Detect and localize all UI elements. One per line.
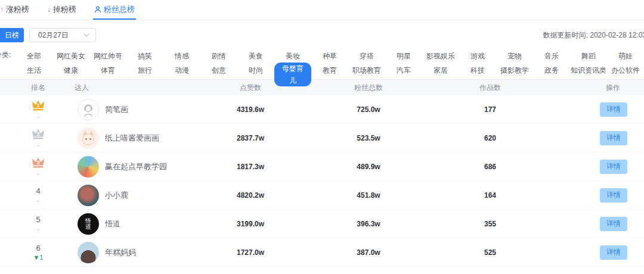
tab-total-fans[interactable]: 粉丝总榜	[93, 0, 136, 20]
filter-item[interactable]: 动漫	[175, 66, 189, 74]
avatar	[78, 185, 99, 206]
table-header: 排名 达人 点赞数 粉丝总数 作品数 操作	[0, 79, 644, 95]
rank-change-down: ▼1	[33, 254, 43, 261]
filter-column: 网红美女 健康	[52, 48, 89, 77]
filter-item[interactable]: 健康	[64, 66, 78, 74]
fans-value: 725.0w	[304, 105, 433, 114]
action-cell: 详情	[547, 160, 644, 174]
filter-item[interactable]: 旅行	[138, 66, 152, 74]
filter-item[interactable]: 美食	[249, 52, 263, 60]
controls-row: 日榜 02月27日 数据更新时间: 2020-02-28 12:03	[0, 28, 644, 42]
filter-item[interactable]: 舞蹈	[581, 52, 596, 60]
daily-rank-button[interactable]: 日榜	[0, 28, 24, 42]
filter-item[interactable]: 明星	[397, 52, 411, 60]
filter-item[interactable]: 全部	[27, 52, 41, 60]
table-row: 2 - 纸上喵酱爱画画 2837.7w 523.5w 620 详情	[0, 124, 644, 152]
filter-item[interactable]: 生活	[27, 66, 41, 74]
filter-item[interactable]: 美妆	[286, 52, 300, 60]
influencer-name: 简笔画	[105, 104, 128, 115]
influencer-name: 年糕妈妈	[105, 247, 136, 258]
influencer-name: 纸上喵酱爱画画	[105, 133, 159, 144]
works-value: 164	[433, 191, 547, 200]
likes-value: 3199.0w	[197, 220, 304, 228]
filter-item[interactable]: 影视娱乐	[426, 52, 455, 60]
filter-item[interactable]: 家居	[434, 66, 448, 74]
rank-cell: 4 -	[21, 186, 55, 204]
fans-value: 523.5w	[304, 134, 433, 142]
category-filters: 分类: 全部 生活 网红美女 健康 网红帅哥 体育 搞笑 旅行 情感 动漫 剧情…	[0, 48, 644, 77]
filter-item[interactable]: 职场教育	[352, 66, 381, 74]
likes-value: 4319.6w	[197, 105, 304, 114]
influencer-cell[interactable]: 简笔画	[55, 99, 197, 120]
detail-button[interactable]: 详情	[600, 160, 627, 174]
fans-value: 387.0w	[304, 248, 433, 257]
influencer-cell[interactable]: 小小鹿	[55, 185, 197, 206]
date-dropdown[interactable]: 02月27日	[29, 28, 96, 42]
filter-column: 影视娱乐 家居	[422, 48, 459, 77]
filter-item[interactable]: 体育	[101, 66, 115, 74]
filter-item[interactable]: 政务	[544, 66, 559, 74]
date-value: 02月27日	[38, 30, 69, 41]
influencer-cell[interactable]: 赢在起点早教学园	[55, 156, 197, 178]
filter-column: 萌娃 办公软件	[607, 48, 644, 77]
detail-button[interactable]: 详情	[600, 102, 627, 117]
influencer-cell[interactable]: 悟道 悟道	[55, 213, 197, 235]
filter-item[interactable]: 宠物	[507, 52, 522, 60]
filter-item[interactable]: 音乐	[544, 52, 559, 60]
filter-item[interactable]: 网红美女	[57, 52, 85, 60]
filter-column: 情感 动漫	[163, 48, 200, 77]
likes-value: 4820.2w	[197, 191, 304, 200]
works-value: 686	[433, 163, 547, 171]
filter-item[interactable]: 科技	[470, 66, 485, 74]
influencer-cell[interactable]: 纸上喵酱爱画画	[55, 127, 197, 149]
filter-item[interactable]: 创意	[212, 66, 226, 74]
ranking-table: 排名 达人 点赞数 粉丝总数 作品数 操作 1 -	[0, 79, 644, 267]
filter-item[interactable]: 教育	[323, 66, 337, 74]
table-row: 4 - 小小鹿 4820.2w 451.8w 164 详情	[0, 181, 644, 210]
filter-item[interactable]: 办公软件	[611, 66, 640, 74]
gold-crown-icon: 1	[32, 99, 45, 111]
fans-value: 489.9w	[304, 163, 433, 171]
influencer-name: 赢在起点早教学园	[105, 161, 167, 172]
rank-cell: 1 -	[21, 99, 55, 120]
avatar	[78, 99, 99, 120]
filter-item[interactable]: 摄影教学	[500, 66, 529, 74]
svg-text:2: 2	[37, 131, 40, 137]
action-cell: 详情	[547, 102, 644, 117]
rank-cell: 6 ▼1	[21, 244, 55, 261]
rank-cell: 5 -	[21, 215, 55, 232]
detail-button[interactable]: 详情	[600, 217, 627, 231]
detail-button[interactable]: 详情	[600, 245, 627, 260]
filter-label: 分类:	[0, 50, 11, 60]
filter-column: 网红帅哥 体育	[89, 48, 126, 77]
avatar	[78, 127, 99, 149]
filter-item[interactable]: 种草	[323, 52, 337, 60]
filter-item[interactable]: 搞笑	[138, 52, 152, 60]
rank-change: -	[37, 141, 39, 148]
filter-item[interactable]: 情感	[175, 52, 189, 60]
svg-text:3: 3	[37, 160, 40, 166]
filter-column: 搞笑 旅行	[126, 48, 163, 77]
filter-item-selected[interactable]: 母婴育儿	[274, 63, 311, 86]
filter-item[interactable]: 知识资讯类	[571, 66, 606, 74]
filter-item[interactable]: 穿搭	[360, 52, 374, 60]
detail-button[interactable]: 详情	[600, 188, 627, 203]
avatar	[78, 242, 99, 263]
filter-item[interactable]: 萌娃	[618, 52, 633, 60]
tab-falling-fans[interactable]: ↓ 掉粉榜	[46, 0, 78, 20]
bronze-crown-icon: 3	[32, 157, 45, 169]
works-value: 177	[433, 105, 547, 114]
likes-value: 2837.7w	[197, 134, 304, 142]
detail-button[interactable]: 详情	[600, 131, 627, 145]
filter-column: 剧情 创意	[200, 48, 237, 77]
filter-item[interactable]: 剧情	[212, 52, 226, 60]
filter-item[interactable]: 汽车	[397, 66, 411, 74]
filter-item[interactable]: 时尚	[249, 66, 263, 74]
header-influencer: 达人	[55, 83, 197, 93]
avatar: 悟道	[78, 213, 99, 235]
filter-item[interactable]: 游戏	[470, 52, 485, 60]
filter-item[interactable]: 网红帅哥	[94, 52, 122, 60]
influencer-name: 小小鹿	[105, 190, 128, 201]
influencer-cell[interactable]: 年糕妈妈	[55, 242, 197, 263]
tab-rising-fans[interactable]: ↑ 涨粉榜	[2, 0, 30, 20]
